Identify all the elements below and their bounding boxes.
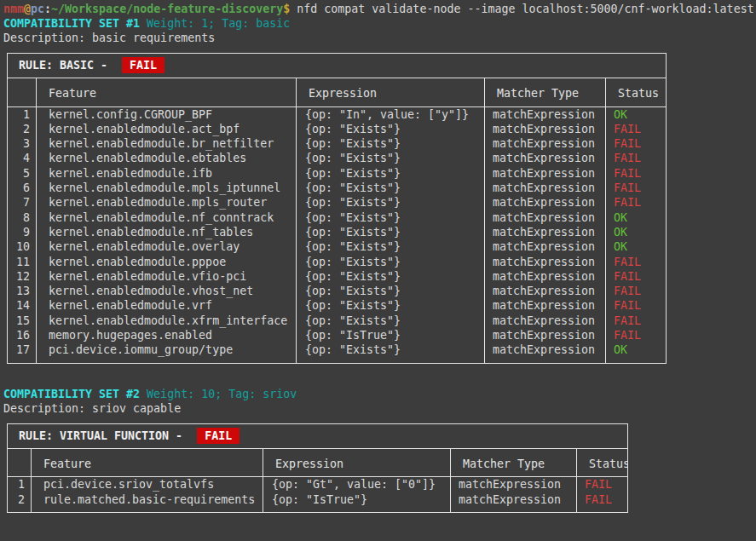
feature-cell: kernel.enabledmodule.mpls_iptunnel bbox=[37, 181, 297, 195]
row-index-cell: 10 bbox=[8, 239, 37, 254]
expression-cell: {op: "Exists"} bbox=[297, 342, 485, 362]
row-index-cell: 5 bbox=[8, 166, 37, 181]
expression-cell: {op: "Exists"} bbox=[297, 210, 485, 225]
prompt-path: ~/Workspace/node-feature-discovery bbox=[51, 3, 283, 15]
set1-description: Description: basic requirements bbox=[3, 31, 756, 45]
matcher-type-cell: matchExpression bbox=[485, 107, 606, 122]
table-row: 11 kernel.enabledmodule.pppoe {op: "Exis… bbox=[8, 255, 666, 269]
table-row: 1 kernel.config.CGROUP_BPF {op: "In", va… bbox=[8, 107, 666, 122]
feature-cell: kernel.enabledmodule.mpls_router bbox=[37, 195, 297, 210]
matcher-type-cell: matchExpression bbox=[485, 314, 606, 328]
matcher-type-cell: matchExpression bbox=[485, 136, 606, 151]
expression-cell: {op: "Gt", value: ["0"]} bbox=[263, 477, 451, 492]
table-row: 8 kernel.enabledmodule.nf_conntrack {op:… bbox=[8, 210, 666, 225]
table-row: 12 kernel.enabledmodule.vfio-pci {op: "E… bbox=[8, 269, 666, 284]
expression-cell: {op: "Exists"} bbox=[297, 136, 485, 151]
rule2-label: RULE: VIRTUAL FUNCTION - bbox=[19, 429, 189, 442]
matcher-type-cell: matchExpression bbox=[485, 269, 606, 284]
row-index-cell: 12 bbox=[8, 269, 37, 284]
table-row: 15 kernel.enabledmodule.xfrm_interface {… bbox=[8, 314, 666, 328]
col-status-header: Status bbox=[606, 78, 666, 106]
col-feature-header: Feature bbox=[37, 78, 297, 106]
prompt-colon: : bbox=[44, 3, 51, 15]
table-row: 10 kernel.enabledmodule.overlay {op: "Ex… bbox=[8, 239, 666, 254]
col-index-header bbox=[8, 78, 37, 106]
expression-cell: {op: "Exists"} bbox=[297, 195, 485, 210]
expression-cell: {op: "Exists"} bbox=[297, 298, 485, 313]
feature-cell: kernel.config.CGROUP_BPF bbox=[37, 107, 297, 122]
matcher-type-cell: matchExpression bbox=[485, 181, 606, 195]
set2-description: Description: sriov capable bbox=[3, 401, 756, 416]
set1-header-line: COMPATIBILITY SET #1Weight: 1; Tag: basi… bbox=[3, 16, 756, 31]
status-cell: FAIL bbox=[606, 328, 666, 342]
terminal-window: { "terminal": { "prompt": { "user": "nmm… bbox=[0, 0, 756, 541]
status-cell: FAIL bbox=[606, 284, 666, 298]
terminal-output: nmm@pc:~/Workspace/node-feature-discover… bbox=[0, 0, 756, 513]
table-row: 9 kernel.enabledmodule.nf_tables {op: "E… bbox=[8, 225, 666, 239]
status-cell: OK bbox=[606, 225, 666, 239]
status-cell: FAIL bbox=[606, 269, 666, 284]
row-index-cell: 3 bbox=[8, 136, 37, 151]
row-index-cell: 17 bbox=[8, 342, 37, 362]
expression-cell: {op: "Exists"} bbox=[297, 255, 485, 269]
rule-header-row: RULE: VIRTUAL FUNCTION - FAIL bbox=[8, 424, 627, 449]
table-row: 4 kernel.enabledmodule.ebtables {op: "Ex… bbox=[8, 151, 666, 165]
expression-cell: {op: "Exists"} bbox=[297, 269, 485, 284]
expression-cell: {op: "Exists"} bbox=[297, 284, 485, 298]
row-index-cell: 9 bbox=[8, 225, 37, 239]
feature-cell: kernel.enabledmodule.vhost_net bbox=[37, 284, 297, 298]
table-row: 1 pci.device.sriov_totalvfs {op: "Gt", v… bbox=[8, 477, 627, 492]
feature-cell: pci.device.sriov_totalvfs bbox=[32, 477, 263, 492]
status-cell: OK bbox=[606, 239, 666, 254]
matcher-type-cell: matchExpression bbox=[485, 195, 606, 210]
row-index-cell: 8 bbox=[8, 210, 37, 225]
expression-cell: {op: "Exists"} bbox=[297, 181, 485, 195]
status-cell: OK bbox=[606, 210, 666, 225]
set1-meta: Weight: 1; Tag: basic bbox=[147, 17, 290, 30]
row-index-cell: 1 bbox=[8, 107, 37, 122]
column-header-row: Feature Expression Matcher Type Status bbox=[8, 78, 666, 106]
prompt-user: nmm bbox=[3, 3, 24, 15]
row-index-cell: 6 bbox=[8, 181, 37, 195]
rule1-status-badge: FAIL bbox=[122, 57, 164, 73]
col-expression-header: Expression bbox=[297, 78, 485, 106]
expression-cell: {op: "Exists"} bbox=[297, 314, 485, 328]
status-cell: FAIL bbox=[606, 122, 666, 136]
table-row: 3 kernel.enabledmodule.br_netfilter {op:… bbox=[8, 136, 666, 151]
prompt-at-sign: @ bbox=[24, 3, 31, 15]
status-cell: FAIL bbox=[606, 136, 666, 151]
matcher-type-cell: matchExpression bbox=[485, 210, 606, 225]
feature-cell: kernel.enabledmodule.vrf bbox=[37, 298, 297, 313]
status-cell: FAIL bbox=[577, 477, 627, 492]
feature-cell: memory.hugepages.enabled bbox=[37, 328, 297, 342]
expression-cell: {op: "In", value: ["y"]} bbox=[297, 107, 485, 122]
status-cell: FAIL bbox=[606, 166, 666, 181]
matcher-type-cell: matchExpression bbox=[451, 492, 577, 512]
matcher-type-cell: matchExpression bbox=[451, 477, 577, 492]
rule-header-cell: RULE: BASIC - FAIL bbox=[8, 54, 666, 78]
status-cell: OK bbox=[606, 342, 666, 362]
row-index-cell: 13 bbox=[8, 284, 37, 298]
matcher-type-cell: matchExpression bbox=[485, 298, 606, 313]
feature-cell: kernel.enabledmodule.nf_tables bbox=[37, 225, 297, 239]
set2-title: COMPATIBILITY SET #2 bbox=[3, 388, 140, 400]
matcher-type-cell: matchExpression bbox=[485, 328, 606, 342]
feature-cell: kernel.enabledmodule.ifb bbox=[37, 166, 297, 181]
expression-cell: {op: "Exists"} bbox=[297, 239, 485, 254]
rule-header-row: RULE: BASIC - FAIL bbox=[8, 54, 666, 78]
col-status-header: Status bbox=[577, 449, 627, 477]
row-index-cell: 4 bbox=[8, 151, 37, 165]
matcher-type-cell: matchExpression bbox=[485, 122, 606, 136]
column-header-row: Feature Expression Matcher Type Status bbox=[8, 449, 627, 477]
feature-cell: kernel.enabledmodule.act_bpf bbox=[37, 122, 297, 136]
rule1-label: RULE: BASIC - bbox=[19, 59, 114, 72]
col-matcher-header: Matcher Type bbox=[451, 449, 577, 477]
expression-cell: {op: "IsTrue"} bbox=[297, 328, 485, 342]
matcher-type-cell: matchExpression bbox=[485, 151, 606, 165]
command-text: nfd compat validate-node --image localho… bbox=[297, 3, 753, 15]
status-cell: OK bbox=[606, 107, 666, 122]
col-feature-header: Feature bbox=[32, 449, 263, 477]
feature-cell: kernel.enabledmodule.vfio-pci bbox=[37, 269, 297, 284]
row-index-cell: 1 bbox=[8, 477, 32, 492]
matcher-type-cell: matchExpression bbox=[485, 284, 606, 298]
